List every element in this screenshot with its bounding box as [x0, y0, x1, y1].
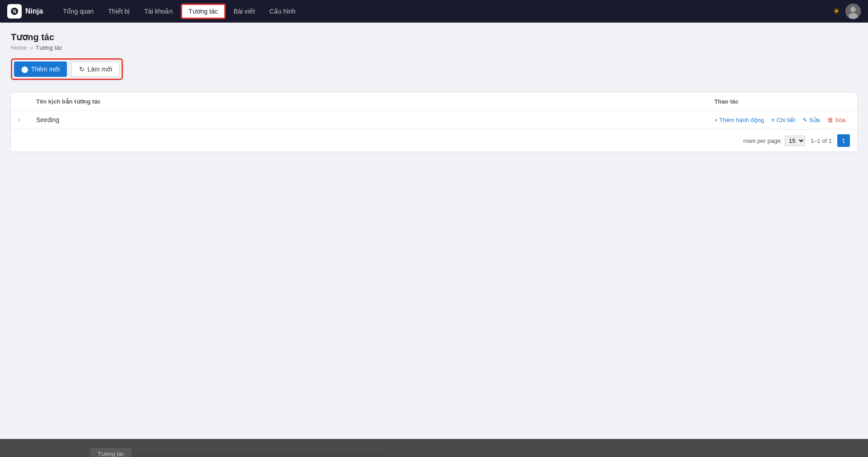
pagination-page-button[interactable]: 1	[837, 134, 850, 147]
breadcrumb-home[interactable]: Home	[11, 44, 27, 51]
nav-tong-quan[interactable]: Tổng quan	[57, 5, 100, 18]
col-actions-header: Thao tác	[714, 98, 850, 105]
svg-point-3	[850, 7, 856, 12]
nav-thiet-bi[interactable]: Thiết bị	[102, 5, 136, 18]
rows-per-page-select[interactable]: 15 25 50	[785, 136, 805, 146]
nav-cau-hinh[interactable]: Cấu hình	[263, 5, 302, 18]
pagination-info: 1–1 of 1	[811, 137, 832, 144]
table-footer: rows per page: 15 25 50 1–1 of 1 1	[11, 129, 857, 151]
add-new-button[interactable]: ⬤ Thêm mới	[14, 61, 67, 77]
data-table: Tên kịch bản tương tác Thao tác › Seedin…	[11, 93, 857, 151]
table-row: › Seeding + Thêm hành động ≡ Chi tiết ✎ …	[11, 111, 857, 129]
detail-link[interactable]: ≡ Chi tiết	[771, 117, 795, 123]
breadcrumb: Home → Tương tác	[11, 44, 857, 51]
refresh-icon: ↻	[79, 66, 85, 73]
theme-icon[interactable]: ☀	[833, 6, 840, 16]
nav-tuong-tac[interactable]: Tương tác	[181, 4, 226, 19]
rows-per-page-label: rows per page:	[743, 137, 782, 144]
logo-icon: N	[7, 4, 22, 19]
brand: N Ninja	[7, 4, 43, 19]
trash-icon: 🗑	[827, 117, 833, 123]
navbar-right: ☀	[833, 4, 861, 19]
add-action-link[interactable]: + Thêm hành động	[714, 117, 764, 123]
edit-icon: ✎	[802, 117, 807, 123]
col-name-header: Tên kịch bản tương tác	[36, 98, 714, 105]
page-title: Tương tác	[11, 32, 857, 42]
delete-link[interactable]: 🗑 Xóa	[827, 117, 845, 123]
nav-tai-khoan[interactable]: Tài khoản	[138, 5, 179, 18]
nav-items: Tổng quan Thiết bị Tài khoản Tương tác B…	[57, 4, 833, 19]
svg-text:N: N	[13, 9, 16, 14]
bottom-tab-label[interactable]: Tương tác	[90, 448, 132, 457]
add-icon: ⬤	[21, 66, 28, 73]
rows-per-page: rows per page: 15 25 50	[743, 136, 805, 146]
list-icon: ≡	[771, 117, 775, 123]
refresh-button[interactable]: ↻ Làm mới	[71, 61, 120, 77]
toolbar: ⬤ Thêm mới ↻ Làm mới	[11, 58, 123, 80]
avatar[interactable]	[845, 4, 861, 19]
edit-link[interactable]: ✎ Sửa	[802, 117, 820, 123]
table-header: Tên kịch bản tương tác Thao tác	[11, 93, 857, 111]
breadcrumb-current: Tương tác	[36, 44, 62, 51]
main-content: Tương tác Home → Tương tác ⬤ Thêm mới ↻ …	[0, 23, 868, 439]
row-name: Seeding	[36, 116, 714, 123]
expand-button[interactable]: ›	[18, 117, 36, 123]
navbar: N Ninja Tổng quan Thiết bị Tài khoản Tươ…	[0, 0, 868, 23]
bottom-section: Tương tác Thêm mới Tên kịch bản * Đóng L…	[0, 439, 868, 457]
action-links: + Thêm hành động ≡ Chi tiết ✎ Sửa 🗑 Xóa	[714, 117, 850, 123]
nav-bai-viet[interactable]: Bài viết	[227, 5, 261, 18]
